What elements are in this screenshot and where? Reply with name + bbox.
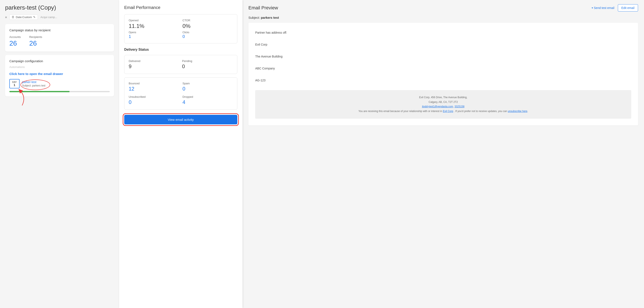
filter-icon[interactable]: ≡ (5, 16, 7, 19)
delivery-grid: Delivered 9 Pending 0 (129, 59, 233, 69)
footer-address-1: Evil Corp, 456 Drive, The Avenue Buildin… (260, 95, 626, 100)
bounce-grid: Bounced 12 Spam 0 Unsubscribed 0 Dropped… (129, 82, 233, 105)
status-card: Campaign status by recipient Accounts 26… (5, 24, 114, 52)
delivered-value: 9 (129, 63, 132, 69)
subject-prefix: Subject: (248, 16, 261, 19)
email-body-line-9: AG-123 (255, 77, 631, 83)
subject-value: parkers test (261, 16, 279, 19)
footer-text-3: . (528, 110, 528, 113)
email-preview-footer: Evil Corp, 456 Drive, The Avenue Buildin… (255, 90, 631, 119)
email-body-line-5: The Avenue Building (255, 54, 631, 59)
opened-label: Opened (129, 19, 179, 22)
ctor-stat: CTOR 0% Clicks 0 (182, 19, 233, 39)
right-actions: Send test email Edit email (592, 4, 638, 12)
campaign-config-title: Campaign configuration (9, 59, 110, 63)
right-header: Email Preview Send test email Edit email (248, 4, 638, 12)
middle-panel: Email Performance Opened 11.1% Opens 1 C… (119, 0, 242, 308)
unsubscribed-stat: Unsubscribed 0 (129, 95, 179, 105)
recipients-stat: Recipients 26 (29, 35, 42, 47)
unsubscribed-label: Unsubscribed (129, 95, 179, 98)
middle-panel-title: Email Performance (124, 5, 237, 10)
dropped-label: Dropped (182, 95, 233, 98)
status-card-title: Campaign status by recipient (9, 28, 110, 32)
ctor-value: 0% (182, 23, 233, 29)
footer-company-link[interactable]: Evil Corp (443, 110, 453, 113)
email-body-line-7: ABC Company (255, 65, 631, 71)
ctor-label: CTOR (182, 19, 233, 22)
progress-bar-fill (9, 91, 70, 92)
delivered-label: Delivered (129, 59, 180, 63)
bounced-label: Bounced (129, 82, 179, 85)
pending-stat: Pending 0 (182, 59, 233, 69)
pending-label: Pending (182, 59, 233, 63)
footer-sep: , (453, 105, 454, 108)
stats-row: Accounts 26 Recipients 26 (9, 35, 110, 47)
dropped-stat: Dropped 4 (182, 95, 233, 105)
bounce-card: Bounced 12 Spam 0 Unsubscribed 0 Dropped… (124, 77, 237, 110)
delivered-stat: Delivered 9 (129, 59, 180, 69)
perf-grid: Opened 11.1% Opens 1 CTOR 0% Clicks 0 (129, 19, 233, 39)
dropped-value: 4 (182, 99, 185, 105)
footer-email-link[interactable]: jtodd+test1@vendasta.com (422, 105, 453, 108)
opened-value: 11.1% (129, 23, 179, 29)
left-panel: parkers-test (Copy) ≡ 🗓 Date:Custom ✎ Ac… (0, 0, 119, 308)
email-body-line-8 (255, 71, 631, 77)
email-item-wrapper: parker-test Subject: parkers test (22, 80, 45, 87)
email-body-line-4 (255, 48, 631, 54)
right-panel: Email Preview Send test email Edit email… (242, 0, 644, 308)
bounced-stat: Bounced 12 (129, 82, 179, 92)
email-body-line-6 (255, 59, 631, 65)
date-badge[interactable]: 🗓 Date:Custom ✎ (9, 15, 38, 20)
automations-label: Automations (9, 65, 110, 69)
edit-icon[interactable]: ✎ (33, 16, 36, 19)
opens-label: Opens (129, 31, 136, 34)
clicks-label: Clicks (182, 31, 189, 34)
click-here-text: Click here to open the email drawer (9, 72, 110, 76)
accounts-value: 26 (9, 39, 17, 47)
view-email-activity-button[interactable]: View email activity (124, 115, 237, 124)
email-item[interactable]: parker-test Subject: parkers test (22, 80, 45, 87)
opens-value: 1 (129, 34, 179, 39)
filter-bar: ≡ 🗓 Date:Custom ✎ Acqui camp... (5, 15, 114, 20)
calendar-icon: 🗓 (12, 16, 14, 19)
email-body-line-3: Evil Corp (255, 42, 631, 48)
footer-text-1: You are receiving this email because of … (358, 110, 442, 113)
day-number: 1 (12, 83, 17, 87)
spam-label: Spam (182, 82, 233, 85)
email-preview-body: Partner has address off: Evil Corp The A… (255, 30, 631, 83)
accounts-label: Accounts (9, 35, 21, 39)
footer-text-2: . If you'd prefer not to receive updates… (454, 110, 507, 113)
accounts-stat: Accounts 26 (9, 35, 21, 47)
email-body-line-1: Partner has address off: (255, 30, 631, 36)
footer-links: jtodd+test1@vendasta.com, 3325158 (260, 104, 626, 109)
footer-unsubscribe-link[interactable]: unsubscribe here (508, 110, 527, 113)
delivery-title: Delivery Status (124, 48, 237, 52)
delivery-card: Delivered 9 Pending 0 (124, 55, 237, 74)
edit-email-button[interactable]: Edit email (618, 4, 638, 12)
footer-phone-link[interactable]: 3325158 (454, 105, 464, 108)
date-label: Date:Custom (16, 16, 32, 19)
spam-value: 0 (182, 86, 185, 92)
right-panel-title: Email Preview (248, 5, 278, 11)
spam-stat: Spam 0 (182, 82, 233, 92)
email-body-line-2 (255, 36, 631, 42)
day-label: DAY (12, 81, 17, 83)
opened-stat: Opened 11.1% Opens 1 (129, 19, 179, 39)
unsubscribed-value: 0 (129, 99, 132, 105)
send-test-email-button[interactable]: Send test email (592, 6, 614, 10)
bounced-value: 12 (129, 86, 134, 92)
recipients-label: Recipients (29, 35, 42, 39)
subject-line: Subject: parkers test (248, 16, 638, 19)
clicks-value: 0 (182, 34, 233, 39)
progress-bar (9, 91, 110, 92)
email-name: parker-test (22, 80, 45, 84)
footer-address-2: Calgary, AB, CA, T2T 2T2 (260, 100, 626, 105)
day-box: DAY 1 (9, 79, 20, 88)
footer-unsubscribe-text: You are receiving this email because of … (260, 109, 626, 114)
email-subject: Subject: parkers test (22, 84, 45, 87)
day-row: DAY 1 parker-test Subject: parkers test (9, 79, 110, 88)
campaign-config-card: Campaign configuration Automations Click… (5, 55, 114, 96)
page-title: parkers-test (Copy) (5, 4, 114, 11)
email-preview-box: Partner has address off: Evil Corp The A… (248, 23, 638, 125)
recipients-value: 26 (29, 39, 37, 47)
